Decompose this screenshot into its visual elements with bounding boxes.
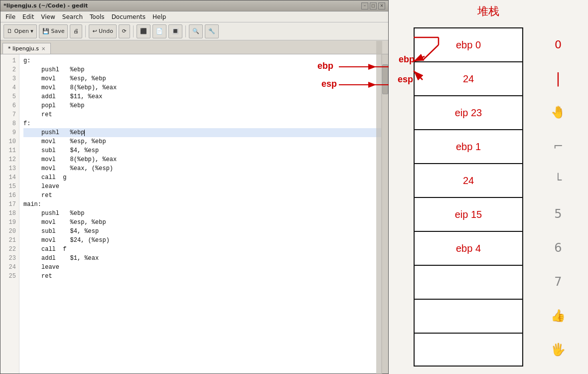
icon-hand: 🤚: [543, 95, 573, 129]
menu-search[interactable]: Search: [59, 12, 86, 21]
cell-eip23: eip 23: [414, 95, 523, 129]
tab-close-button[interactable]: ×: [41, 46, 45, 51]
cell-24a-label: 24: [463, 73, 474, 85]
tools-button[interactable]: 🔧: [205, 24, 219, 38]
close-button[interactable]: ×: [378, 2, 385, 9]
code-line-11: subl $4, %esp: [23, 146, 381, 155]
editor-tab[interactable]: * lipengju.s ×: [2, 43, 51, 54]
line-numbers: 1234567891011121314151617181920212223242…: [0, 54, 19, 374]
icon-6: 6: [543, 231, 573, 265]
cell-ebp4: ebp 4: [414, 231, 523, 265]
line-num-19: 19: [0, 218, 19, 227]
page-button[interactable]: 📄: [152, 24, 166, 38]
cell-empty1: [414, 265, 523, 299]
separator-3: [185, 25, 186, 37]
code-line-4: movl 8(%ebp), %eax: [23, 83, 381, 92]
line-num-3: 3: [0, 74, 19, 83]
open-button[interactable]: 🗋 Open ▾: [3, 24, 37, 38]
line-num-20: 20: [0, 227, 19, 236]
line-num-9: 9: [0, 128, 19, 137]
icon-5: 5: [543, 197, 573, 231]
line-num-12: 12: [0, 155, 19, 164]
line-num-24: 24: [0, 263, 19, 272]
menu-view[interactable]: View: [38, 12, 58, 21]
code-line-24: leave: [23, 263, 381, 272]
code-line-16: ret: [23, 191, 381, 200]
code-line-15: leave: [23, 182, 381, 191]
cell-ebp1: ebp 1: [414, 129, 523, 163]
line-num-23: 23: [0, 254, 19, 263]
cell-empty3: [414, 333, 523, 367]
scrollbar[interactable]: [381, 54, 388, 374]
redo-button[interactable]: ⟳: [119, 24, 130, 38]
cell-eip15: eip 15: [414, 197, 523, 231]
tab-bar: * lipengju.s ×: [0, 40, 388, 54]
line-num-6: 6: [0, 101, 19, 110]
line-num-2: 2: [0, 65, 19, 74]
menu-bar: File Edit View Search Tools Documents He…: [0, 11, 388, 22]
minimize-button[interactable]: –: [361, 2, 368, 9]
code-area[interactable]: g: pushl %ebp movl %esp, %ebp movl 8(%eb…: [19, 54, 381, 374]
menu-edit[interactable]: Edit: [19, 12, 37, 21]
text-cursor: [84, 130, 85, 136]
maximize-button[interactable]: □: [370, 2, 377, 9]
gedit-window: *lipengju.s (~/Code) - gedit – □ × File …: [0, 0, 389, 374]
cell-ebp0-label: ebp 0: [456, 39, 481, 51]
scroll-thumb[interactable]: [382, 64, 388, 94]
line-num-5: 5: [0, 92, 19, 101]
title-bar: *lipengju.s (~/Code) - gedit – □ ×: [0, 0, 388, 11]
stack-title: 堆栈: [389, 4, 588, 19]
cell-eip23-label: eip 23: [455, 107, 482, 119]
undo-button[interactable]: ↩ Undo: [89, 24, 116, 38]
code-line-23: addl $1, %eax: [23, 254, 381, 263]
cell-eip15-label: eip 15: [455, 209, 482, 220]
icon-1: |: [543, 61, 573, 95]
code-line-22: call f: [23, 245, 381, 254]
toolbar: 🗋 Open ▾ 💾 Save 🖨 ↩ Undo ⟳ ⬛ 📄 🔳 🔍 🔧: [0, 22, 388, 40]
format-button[interactable]: 🔳: [168, 24, 182, 38]
code-line-17: main:: [23, 200, 381, 209]
line-num-7: 7: [0, 110, 19, 119]
menu-file[interactable]: File: [2, 12, 18, 21]
cell-24b: 24: [414, 163, 523, 197]
editor-area[interactable]: 1234567891011121314151617181920212223242…: [0, 54, 388, 374]
code-line-3: movl %esp, %ebp: [23, 74, 381, 83]
menu-tools[interactable]: Tools: [87, 12, 108, 21]
separator-1: [85, 25, 86, 37]
code-line-18: pushl %ebp: [23, 209, 381, 218]
print-button[interactable]: 🖨: [70, 24, 82, 38]
icon-0: 0: [543, 27, 573, 61]
line-num-25: 25: [0, 272, 19, 281]
line-num-21: 21: [0, 236, 19, 245]
cell-24b-label: 24: [463, 175, 474, 187]
line-num-22: 22: [0, 245, 19, 254]
line-num-10: 10: [0, 137, 19, 146]
save-button[interactable]: 💾 Save: [39, 24, 68, 38]
window-controls: – □ ×: [361, 2, 385, 9]
code-line-25: ret: [23, 272, 381, 281]
code-line-13: movl %eax, (%esp): [23, 164, 381, 173]
line-num-17: 17: [0, 200, 19, 209]
title-text: *lipengju.s (~/Code) - gedit: [3, 2, 88, 9]
cell-ebp4-label: ebp 4: [456, 243, 481, 254]
line-num-15: 15: [0, 182, 19, 191]
line-num-4: 4: [0, 83, 19, 92]
menu-help[interactable]: Help: [149, 12, 169, 21]
icon-bracket: ⌐: [543, 129, 573, 163]
icon-L: └: [543, 163, 573, 197]
code-line-9: pushl %ebp: [23, 128, 381, 137]
separator-2: [133, 25, 134, 37]
line-num-8: 8: [0, 119, 19, 128]
line-num-18: 18: [0, 209, 19, 218]
code-line-20: subl $4, %esp: [23, 227, 381, 236]
search-button[interactable]: 🔍: [189, 24, 203, 38]
icon-7: 7: [543, 265, 573, 299]
action-button[interactable]: ⬛: [137, 24, 150, 38]
stack-container: ebp 024eip 23ebp 124eip 15ebp 4: [414, 27, 523, 367]
cell-empty2: [414, 299, 523, 333]
menu-documents[interactable]: Documents: [109, 12, 148, 21]
code-line-6: popl %ebp: [23, 101, 381, 110]
right-icons: 0 | 🤚 ⌐ └ 5 6 7 👍 🖐: [543, 27, 573, 367]
code-line-12: movl 8(%ebp), %eax: [23, 155, 381, 164]
line-num-1: 1: [0, 56, 19, 65]
